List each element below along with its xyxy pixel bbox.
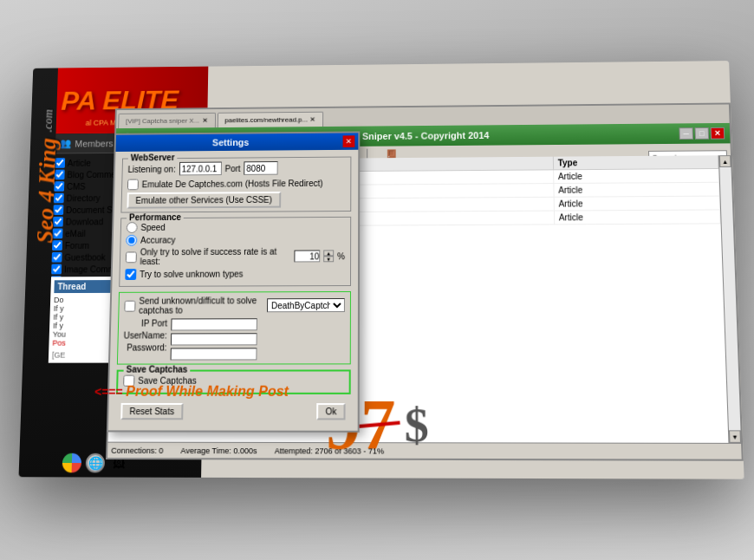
cell-type-1: Article	[554, 169, 719, 183]
send-unknown-checkbox[interactable]	[124, 300, 135, 311]
webserver-group: WebServer Listening on: Port Emulate De …	[120, 157, 351, 213]
speed-label: Speed	[140, 223, 166, 232]
win-controls: ─ □ ✕	[679, 127, 725, 140]
arrow-annotation: <=== Proof While Making Post	[94, 384, 289, 400]
checkbox-email-label: eMail	[65, 229, 86, 238]
username-input[interactable]	[170, 333, 257, 345]
checkbox-cms-label: CMS	[67, 181, 86, 191]
ip-inputs	[170, 318, 257, 360]
only-solve-row: Only try to solve if success rate is at …	[126, 246, 345, 266]
logo-text: Seo 4 King	[31, 138, 61, 244]
spinner-down[interactable]: ▼	[323, 256, 334, 262]
tab-forum[interactable]: [VIP] Captcha sniper X... ✕	[118, 113, 216, 128]
accuracy-radio[interactable]	[126, 235, 137, 246]
dialog-titlebar: Settings ✕	[115, 133, 358, 152]
ip-port-label: IP Port	[124, 318, 167, 328]
ok-button[interactable]: Ok	[316, 403, 345, 420]
port-input[interactable]	[244, 161, 277, 175]
tab-main-close[interactable]: ✕	[310, 116, 316, 124]
percent-sign: %	[337, 251, 345, 261]
password-label: Password:	[123, 342, 166, 352]
tab-forum-label: [VIP] Captcha sniper X...	[126, 117, 199, 125]
speed-radio[interactable]	[127, 222, 138, 233]
listening-label: Listening on:	[127, 164, 176, 173]
accuracy-label: Accuracy	[140, 236, 176, 245]
accuracy-row: Accuracy	[126, 234, 345, 246]
performance-label: Performance	[127, 212, 184, 222]
ip-labels: IP Port UserName: Password:	[123, 318, 167, 360]
dotcom-text: .com	[42, 109, 55, 132]
send-dropdown[interactable]: DeathByCaptcha	[267, 298, 345, 312]
tab-forum-close[interactable]: ✕	[202, 117, 208, 125]
scroll-down-button[interactable]: ▼	[729, 430, 741, 443]
emulate-captchas-checkbox[interactable]	[127, 179, 139, 191]
spinner: ▲ ▼	[323, 250, 334, 262]
checkbox-guestbook-label: Guestbook	[64, 252, 106, 262]
port-label: Port	[224, 164, 240, 173]
checkbox-directory-label: Directory	[66, 193, 100, 203]
col-header-type: Type	[553, 155, 718, 169]
checkbox-imagecomment-input[interactable]	[51, 264, 62, 275]
performance-group: Performance Speed Accuracy	[119, 217, 351, 287]
maximize-button[interactable]: □	[695, 127, 710, 140]
emulate-captchas-row: Emulate De Captches.com (Hosts File Redi…	[127, 178, 345, 190]
credentials-area: IP Port UserName: Password:	[123, 318, 345, 361]
checkbox-forum-label: Forum	[65, 240, 90, 250]
send-unknown-group: Send unknown/difficult to solve captchas…	[117, 291, 351, 365]
chrome-icon[interactable]	[62, 453, 82, 473]
speed-row: Speed	[127, 221, 346, 233]
reset-stats-button[interactable]: Reset Stats	[120, 403, 183, 420]
checkbox-article-label: Article	[68, 158, 91, 167]
scroll-up-button[interactable]: ▲	[719, 155, 731, 167]
screen-wrapper: Seo 4 King .com PA ELITE al CPA Marketin…	[19, 61, 744, 479]
emulate-captchas-label: Emulate De Captches.com (Hosts File Redi…	[142, 179, 323, 189]
send-unknown-row: Send unknown/difficult to solve captchas…	[124, 296, 345, 316]
seo4king-logo: Seo 4 King .com	[31, 109, 62, 244]
save-captchas-group-label: Save Captchas	[124, 365, 191, 374]
try-unknown-label: Try to solve unknown types	[140, 270, 244, 279]
listening-row: Listening on: Port	[127, 160, 345, 175]
ip-port-input[interactable]	[171, 318, 257, 330]
dialog-close-button[interactable]: ✕	[343, 135, 355, 147]
only-solve-checkbox[interactable]	[126, 251, 137, 263]
percent-input[interactable]	[294, 250, 320, 262]
checkbox-download-label: Download	[66, 217, 104, 226]
proof-text: Proof While Making Post	[126, 384, 289, 399]
minimize-button[interactable]: ─	[679, 127, 693, 140]
only-solve-label: Only try to solve if success rate is at …	[140, 247, 290, 266]
cell-type-4: Article	[555, 210, 721, 224]
webserver-label: WebServer	[128, 153, 178, 162]
emulate-csse-button[interactable]: Emulate other Services (Use CSSE)	[127, 192, 281, 209]
dollar-sign: $	[405, 400, 429, 449]
members-label: Members	[75, 138, 114, 148]
ip-input[interactable]	[179, 162, 222, 176]
screenshot-container: Seo 4 King .com PA ELITE al CPA Marketin…	[22, 59, 732, 501]
username-label: UserName:	[124, 330, 167, 340]
send-unknown-label: Send unknown/difficult to solve captchas…	[139, 296, 263, 315]
password-input[interactable]	[170, 348, 257, 360]
cell-type-2: Article	[554, 183, 719, 197]
tab-main[interactable]: paelites.com/newthread.p... ✕	[217, 112, 323, 127]
close-button[interactable]: ✕	[711, 127, 725, 140]
emulate-btn-row: Emulate other Services (Use CSSE)	[127, 192, 345, 209]
earth-icon[interactable]: 🌐	[86, 453, 106, 473]
cell-type-3: Article	[554, 197, 720, 211]
try-unknown-checkbox[interactable]	[125, 269, 136, 280]
dialog-title: Settings	[119, 136, 342, 148]
arrow-symbol: <===	[94, 385, 123, 399]
tab-main-label: paelites.com/newthread.p...	[224, 116, 308, 125]
dialog-footer: Reset Stats Ok	[115, 400, 351, 424]
checkbox-guestbook-input[interactable]	[52, 252, 62, 263]
connections-status: Connections: 0	[111, 446, 163, 454]
try-unknown-row: Try to solve unknown types	[125, 268, 345, 280]
average-time-status: Average Time: 0.000s	[180, 446, 257, 454]
